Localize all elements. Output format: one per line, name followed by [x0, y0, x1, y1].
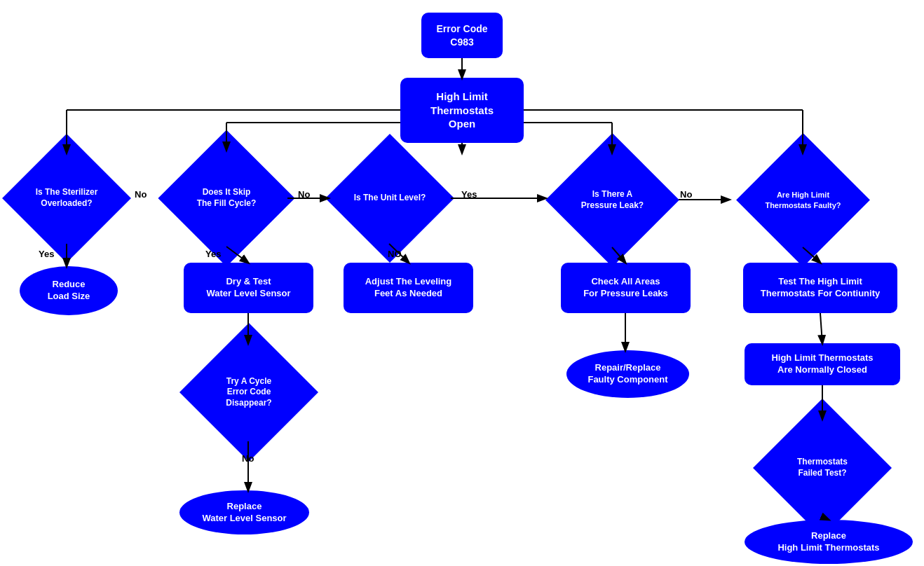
label-no-cycle: No — [242, 453, 254, 464]
repair-replace-node: Repair/Replace Faulty Component — [566, 350, 689, 398]
label-no-pressure: No — [680, 189, 692, 200]
pressure-leak-node: Is There A Pressure Leak? — [545, 153, 679, 247]
does-skip-fill-node: Does It Skip The Fill Cycle? — [165, 150, 287, 247]
is-unit-level-node: Is The Unit Level? — [328, 153, 451, 244]
reduce-load-node: Reduce Load Size — [20, 266, 118, 315]
flowchart: Error Code C983 High Limit Thermostats O… — [0, 0, 924, 566]
error-code-node: Error Code C983 — [421, 13, 503, 58]
dry-test-sensor-node: Dry & Test Water Level Sensor — [184, 263, 313, 313]
replace-thermostats-node: Replace High Limit Thermostats — [745, 520, 913, 564]
check-pressure-node: Check All Areas For Pressure Leaks — [561, 263, 691, 313]
test-thermostats-node: Test The High Limit Thermostats For Cont… — [743, 263, 897, 313]
label-yes-fill: Yes — [205, 249, 221, 259]
thermostats-failed-node: Thermostats Failed Test? — [754, 419, 890, 517]
replace-sensor-node: Replace Water Level Sensor — [179, 490, 309, 534]
label-yes-level: Yes — [461, 189, 477, 200]
label-no-fill: No — [298, 189, 310, 200]
label-no-level: NO — [388, 249, 402, 259]
is-overloaded-node: Is The Sterilizer Overloaded? — [0, 153, 133, 244]
try-cycle-node: Try A Cycle Error Code Disappear? — [186, 343, 312, 441]
normally-closed-node: High Limit Thermostats Are Normally Clos… — [745, 343, 900, 385]
label-no-overloaded: No — [135, 189, 147, 200]
thermostats-faulty-node: Are High Limit Thermostats Faulty? — [729, 153, 876, 247]
high-limit-open-node: High Limit Thermostats Open — [400, 78, 524, 143]
adjust-leveling-node: Adjust The Leveling Feet As Needed — [344, 263, 473, 313]
label-yes-overloaded: Yes — [39, 249, 54, 259]
